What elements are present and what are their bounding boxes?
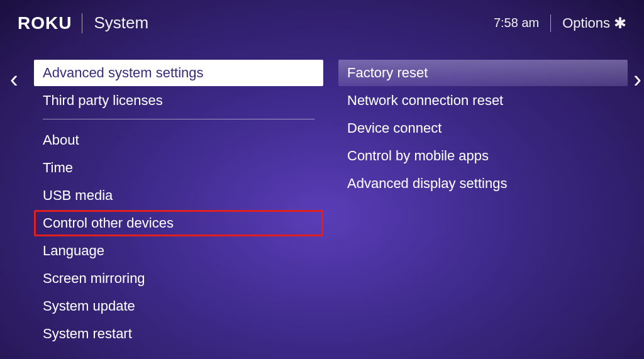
menu-item-language[interactable]: Language — [34, 238, 323, 264]
submenu-item-network-connection-reset[interactable]: Network connection reset — [338, 87, 628, 114]
menu-separator — [43, 119, 314, 119]
menu-item-control-other-devices[interactable]: Control other devices — [34, 210, 323, 236]
menu-item-third-party-licenses[interactable]: Third party licenses — [34, 87, 323, 114]
menu-item-system-restart[interactable]: System restart — [34, 321, 323, 347]
clock-time: 7:58 am — [494, 16, 539, 30]
nav-arrow-left-icon[interactable]: ‹ — [10, 66, 18, 93]
header-right: 7:58 am Options ✱ — [494, 14, 626, 32]
menu-item-system-update[interactable]: System update — [34, 293, 323, 319]
submenu-item-device-connect[interactable]: Device connect — [338, 115, 628, 141]
content-area: ‹ › Advanced system settings Third party… — [0, 35, 644, 348]
left-menu: Advanced system settings Third party lic… — [34, 60, 323, 348]
submenu-item-control-by-mobile-apps[interactable]: Control by mobile apps — [338, 143, 628, 169]
menu-item-screen-mirroring[interactable]: Screen mirroring — [34, 265, 323, 292]
menu-item-advanced-system-settings[interactable]: Advanced system settings — [34, 60, 323, 86]
menu-item-usb-media[interactable]: USB media — [34, 182, 323, 209]
asterisk-icon: ✱ — [614, 14, 626, 32]
menu-item-time[interactable]: Time — [34, 155, 323, 181]
header-divider — [82, 13, 82, 33]
options-button[interactable]: Options ✱ — [562, 14, 626, 32]
options-label: Options — [562, 15, 610, 31]
right-menu: Factory reset Network connection reset D… — [338, 60, 628, 348]
header-right-divider — [550, 14, 551, 32]
page-title: System — [94, 13, 148, 33]
header: ROKU System 7:58 am Options ✱ — [0, 0, 644, 35]
roku-logo: ROKU — [18, 13, 72, 33]
menu-item-about[interactable]: About — [34, 127, 323, 153]
nav-arrow-right-icon[interactable]: › — [633, 66, 641, 93]
submenu-item-advanced-display-settings[interactable]: Advanced display settings — [338, 170, 628, 197]
submenu-item-factory-reset[interactable]: Factory reset — [338, 60, 628, 86]
